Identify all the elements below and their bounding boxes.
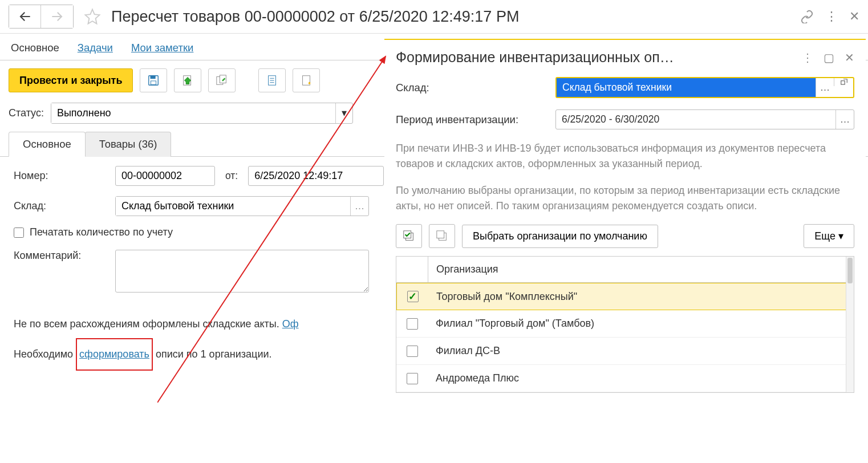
from-label: от: — [225, 170, 238, 182]
ellipsis-icon[interactable]: … — [350, 197, 368, 216]
print-qty-checkbox[interactable] — [14, 228, 24, 238]
post-and-close-button[interactable]: Провести и закрыть — [9, 68, 133, 92]
doc-star-icon[interactable] — [293, 68, 320, 92]
dlg-info1: При печати ИНВ-3 и ИНВ-19 будет использо… — [396, 141, 854, 172]
warehouse-input-wrap[interactable]: … — [115, 196, 369, 216]
svg-rect-13 — [404, 231, 411, 238]
dlg-period-label: Период инвентаризации: — [396, 113, 550, 126]
page-title: Пересчет товаров 00-00000002 от 6/25/202… — [111, 8, 793, 26]
info-line2b: описи по 1 организации. — [153, 348, 272, 360]
org-name: Филиал ДС-В — [428, 345, 854, 357]
status-select[interactable]: ▾ — [51, 103, 353, 124]
comment-textarea[interactable] — [115, 250, 369, 293]
nav-buttons — [9, 5, 74, 29]
tab-tasks[interactable]: Задачи — [75, 38, 115, 60]
favorite-star-icon[interactable] — [84, 8, 101, 25]
warehouse-label: Склад: — [14, 200, 111, 212]
dlg-warehouse-label: Склад: — [396, 82, 550, 94]
warehouse-input[interactable] — [116, 197, 350, 216]
org-checkbox[interactable] — [407, 291, 419, 302]
more-icon[interactable]: ⋮ — [825, 9, 838, 24]
org-checkbox[interactable] — [407, 318, 418, 330]
dialog-more-icon[interactable]: ⋮ — [802, 51, 813, 64]
uncheck-all-button[interactable] — [429, 224, 455, 248]
info-link1[interactable]: Оф — [282, 318, 299, 330]
org-name: Торговый дом "Комплексный" — [428, 291, 853, 303]
number-input[interactable] — [115, 166, 215, 186]
check-all-button[interactable] — [396, 224, 422, 248]
number-label: Номер: — [14, 170, 111, 182]
print-qty-label: Печатать количество по учету — [30, 226, 173, 238]
subtab-goods[interactable]: Товары (36) — [85, 132, 172, 157]
org-checkbox[interactable] — [407, 346, 418, 357]
dlg-warehouse-input[interactable]: Склад бытовой техники … — [555, 77, 854, 98]
post-icon[interactable] — [174, 68, 201, 92]
link-icon[interactable] — [800, 10, 814, 23]
date-input[interactable] — [248, 166, 384, 186]
tab-notes[interactable]: Мои заметки — [129, 38, 196, 60]
org-row[interactable]: Филиал ДС-В — [396, 338, 854, 365]
dlg-info2: По умолчанию выбраны организации, по кот… — [396, 183, 854, 214]
dlg-period-value: 6/25/2020 - 6/30/2020 — [556, 110, 835, 129]
create-based-icon[interactable] — [208, 68, 236, 92]
svg-rect-1 — [151, 76, 156, 79]
svg-rect-11 — [841, 81, 844, 84]
dialog-close-icon[interactable]: ✕ — [845, 51, 854, 64]
dlg-period-input[interactable]: 6/25/2020 - 6/30/2020 … — [555, 109, 854, 129]
status-label: Статус: — [9, 107, 44, 119]
forward-button[interactable] — [41, 5, 73, 28]
doc-icon[interactable] — [258, 68, 286, 92]
org-row[interactable]: Торговый дом "Комплексный" — [396, 283, 854, 310]
ellipsis-icon[interactable]: … — [835, 110, 854, 129]
scrollbar[interactable] — [846, 257, 854, 392]
tab-main[interactable]: Основное — [9, 38, 62, 60]
info-line2a: Необходимо — [14, 348, 76, 360]
org-table: Организация Торговый дом "Комплексный"Фи… — [396, 256, 854, 393]
dlg-warehouse-value[interactable]: Склад бытовой техники — [557, 78, 816, 97]
header-bar: Пересчет товаров 00-00000002 от 6/25/202… — [0, 0, 868, 34]
save-icon[interactable] — [140, 68, 167, 92]
close-icon[interactable]: ✕ — [849, 9, 859, 24]
org-row[interactable]: Филиал "Торговый дом" (Тамбов) — [396, 310, 854, 338]
subtab-main[interactable]: Основное — [9, 132, 86, 157]
svg-rect-15 — [437, 231, 444, 238]
org-name: Андромеда Плюс — [428, 372, 854, 384]
comment-label: Комментарий: — [14, 250, 111, 262]
status-input[interactable] — [51, 103, 335, 123]
org-row[interactable]: Андромеда Плюс — [396, 365, 854, 392]
org-checkbox[interactable] — [407, 373, 418, 384]
open-icon[interactable] — [834, 78, 853, 86]
info-line1: Не по всем расхождениям оформлены складс… — [14, 318, 282, 330]
org-name: Филиал "Торговый дом" (Тамбов) — [428, 318, 854, 330]
select-default-orgs-button[interactable]: Выбрать организации по умолчанию — [462, 225, 658, 248]
inventory-dialog: Формирование инвентаризационных оп… ⋮ ▢ … — [384, 39, 866, 463]
red-highlight-box: сформировать — [76, 338, 153, 370]
dialog-title: Формирование инвентаризационных оп… — [396, 49, 792, 66]
create-lists-link[interactable]: сформировать — [79, 348, 149, 360]
org-column-header[interactable]: Организация — [428, 257, 854, 282]
chevron-down-icon[interactable]: ▾ — [335, 103, 352, 123]
back-button[interactable] — [9, 5, 41, 28]
more-button[interactable]: Еще ▾ — [804, 224, 854, 248]
ellipsis-icon[interactable]: … — [816, 78, 834, 97]
dialog-maximize-icon[interactable]: ▢ — [824, 51, 834, 64]
